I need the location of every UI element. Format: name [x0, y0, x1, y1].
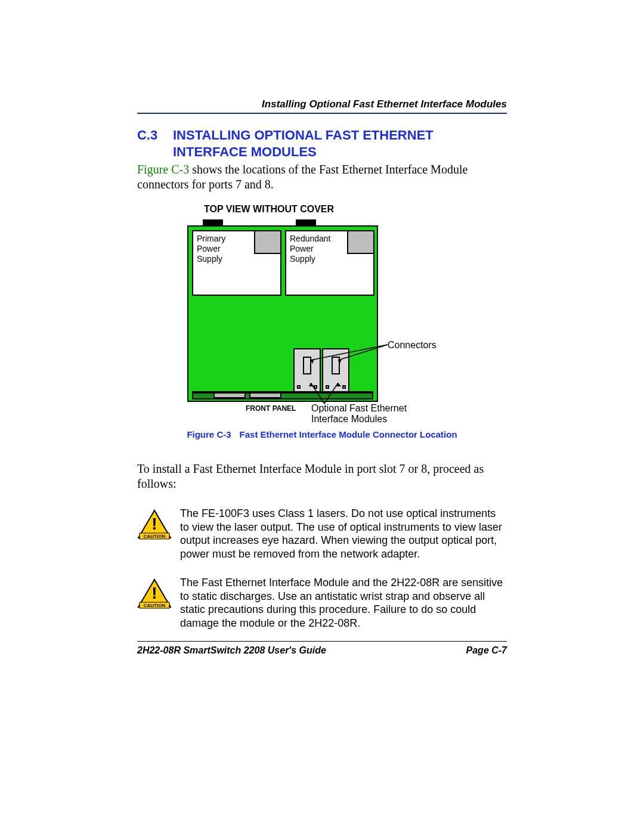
figure-caption-text: Fast Ethernet Interface Module Connector…: [240, 429, 457, 439]
section-number: C.3: [137, 127, 173, 144]
psu-connector: [254, 230, 281, 254]
modules-label-l2: Interface Modules: [311, 414, 387, 424]
psu-connector: [347, 230, 374, 254]
front-slot: [213, 392, 246, 398]
footer-guide-title: 2H22-08R SmartSwitch 2208 User's Guide: [137, 645, 326, 656]
module-slot-7: [293, 348, 321, 392]
caution-block-2: ! CAUTION The Fast Ethernet Interface Mo…: [137, 576, 507, 630]
psu-label: Supply: [197, 254, 222, 264]
front-slot: [249, 392, 281, 398]
caution-icon: ! CAUTION: [137, 509, 172, 540]
module-connector: [332, 357, 340, 374]
figure-reference-link[interactable]: Figure C-3: [137, 163, 189, 176]
front-panel-label: FRONT PANEL: [246, 404, 296, 413]
module-slot-8: [322, 348, 349, 392]
psu-label: Power: [290, 244, 314, 253]
caution-text: The Fast Ethernet Interface Module and t…: [180, 576, 507, 630]
caution-text: The FE-100F3 uses Class 1 lasers. Do not…: [180, 507, 507, 561]
psu-plug: [296, 219, 316, 227]
running-header: Installing Optional Fast Ethernet Interf…: [137, 98, 507, 114]
caution-icon: ! CAUTION: [137, 578, 172, 609]
svg-text:CAUTION: CAUTION: [144, 534, 166, 539]
figure-caption: Figure C-3Fast Ethernet Interface Module…: [137, 429, 507, 439]
caution-block-1: ! CAUTION The FE-100F3 uses Class 1 lase…: [137, 507, 507, 561]
figure-number: Figure C-3: [187, 429, 231, 439]
notch: [297, 385, 301, 389]
pcb-board: Primary Power Supply Redundant Power Sup…: [187, 225, 378, 402]
section-title-line1: INSTALLING OPTIONAL FAST ETHERNET: [173, 128, 434, 143]
modules-label: Optional Fast Ethernet Interface Modules: [311, 403, 407, 425]
section-title-line2: INTERFACE MODULES: [173, 144, 507, 160]
modules-label-l1: Optional Fast Ethernet: [311, 403, 407, 413]
footer-page-number: Page C-7: [466, 645, 507, 656]
psu-label: Primary: [197, 234, 225, 243]
notch: [314, 385, 317, 389]
primary-power-supply: Primary Power Supply: [192, 230, 281, 296]
page-content: Installing Optional Fast Ethernet Interf…: [137, 98, 507, 630]
install-instruction-paragraph: To install a Fast Ethernet Interface Mod…: [137, 462, 507, 491]
page-footer: 2H22-08R SmartSwitch 2208 User's Guide P…: [137, 641, 507, 656]
diagram-view-title: TOP VIEW WITHOUT COVER: [204, 204, 334, 215]
psu-label: Redundant: [290, 234, 331, 243]
svg-text:!: !: [151, 584, 157, 602]
connectors-label: Connectors: [388, 340, 436, 351]
section-heading: C.3INSTALLING OPTIONAL FAST ETHERNET INT…: [137, 127, 507, 160]
psu-label: Power: [197, 244, 221, 253]
intro-paragraph: Figure C-3 shows the locations of the Fa…: [137, 162, 507, 192]
svg-text:CAUTION: CAUTION: [144, 603, 166, 608]
interface-modules: [293, 348, 349, 392]
front-panel-bar: [192, 392, 373, 400]
psu-plug: [203, 219, 223, 227]
notch: [326, 385, 329, 389]
psu-label: Supply: [290, 254, 315, 264]
figure-c3-diagram: TOP VIEW WITHOUT COVER Primary Power Sup…: [137, 204, 507, 448]
svg-text:!: !: [151, 515, 157, 533]
notch: [342, 385, 346, 389]
module-connector: [303, 357, 311, 374]
redundant-power-supply: Redundant Power Supply: [285, 230, 374, 296]
